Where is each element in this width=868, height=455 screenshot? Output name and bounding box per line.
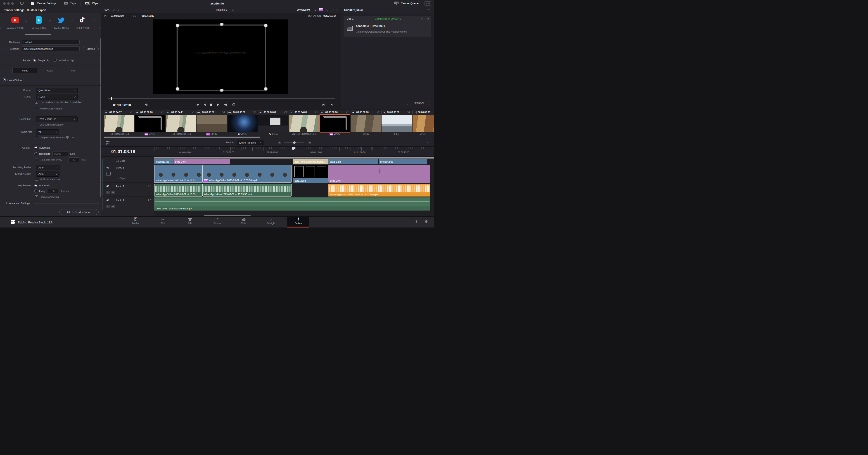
timeline-clip-card1[interactable]: card1.jpeg [293,165,328,183]
clip-thumbnail[interactable] [412,115,434,132]
clip-thumbnail[interactable] [320,115,350,132]
clip-thumbnail[interactable] [104,115,134,132]
keyframes-interval-input[interactable]: 30 [48,189,58,193]
play-button[interactable] [217,103,220,106]
clip-strip-item-03[interactable]: 0300:00:04:21V1 H.264 Baseline L3.1 [166,109,196,136]
limit-data-rate-checkbox[interactable] [35,158,38,161]
track-a1-solo-button[interactable]: S [106,191,110,194]
timeline-clip-whatsapp-video-2[interactable]: PXYWhatsApp Video 2023-09-02 at 15.53.50… [203,165,291,183]
clip-thumbnail[interactable] [135,115,165,132]
codec-dropdown[interactable]: H.264 [36,94,78,99]
clip-strip-item-11[interactable]: 1100:00:00:00 JPEG [412,109,434,136]
limit-data-rate-input[interactable]: 6 [68,157,80,162]
clip-strip-item-05[interactable]: 0500:00:00:00V3 fxJPEG [227,109,257,136]
project-home-icon[interactable] [414,220,418,223]
viewer-playhead[interactable] [111,97,112,100]
clip-strip-item-08-selected[interactable]: 0800:00:00:00V1 PXYJPEG [320,109,350,136]
timeline-clip-whatsapp-audio-3[interactable]: WhatsApp Audio 2023-09-06 at 17.00.56.mp… [329,184,430,196]
clip-thumbnail[interactable] [381,115,412,132]
render-job-card[interactable]: Job 1 Completed in 00:00:41 ✎ ✕ academie… [344,16,431,37]
frame-reordering-checkbox[interactable]: ✓ [35,195,38,198]
render-queue-toggle[interactable]: Render Queue [395,2,418,5]
track-a1-badge[interactable]: A1 [106,185,110,187]
clip-thumbnail[interactable] [351,115,381,132]
keyframes-every-radio[interactable] [34,189,37,192]
clip-strip-item-06[interactable]: 0600:00:00:00V3 fxJPEG [258,109,288,136]
resolution-dropdown[interactable]: 1920 x 1080 HD [36,117,78,122]
clip-strip-item-02[interactable]: 0200:00:00:00V1 PXYJPEG [135,109,165,136]
match-frame-in-icon[interactable] [330,103,333,106]
audio-note-icon[interactable]: ♪ [427,141,428,144]
multipass-checkbox[interactable] [35,178,38,181]
panel-options-menu[interactable]: ••• [95,9,99,11]
timeline-ruler[interactable]: 01:01:08:18 01:00:48:00 01:00:56:00 01:0… [101,147,434,157]
timeline-clip-text-title[interactable]: Text - Une académie plurid... [293,159,328,164]
clip-thumbnail[interactable] [258,115,288,132]
timeline-playhead-line[interactable] [293,147,293,214]
clean-feed-icon[interactable] [20,1,24,5]
advanced-settings-toggle[interactable]: Advanced Settings [4,202,30,205]
timeline-current-timecode[interactable]: 01:01:08:18 [111,149,135,154]
track-a1-mute-button[interactable]: M [111,191,115,194]
zoom-out-button[interactable]: − [278,141,281,144]
keyframes-automatic-radio[interactable] [34,184,37,187]
clip-strip-scrollbar[interactable] [104,136,260,138]
timeline-h-scrollbar[interactable] [204,215,251,216]
window-minimize-button[interactable] [7,2,10,5]
preset-twitter[interactable]: Twitter 1080p [55,17,68,31]
location-input[interactable]: /Users/blakejones/Desktop [22,47,80,51]
page-deliver[interactable]: Deliver [289,217,307,224]
window-close-button[interactable] [3,2,6,5]
viewer-current-timecode[interactable]: 01:01:08:18 [113,103,131,107]
track-a2-mute-button[interactable]: M [111,205,115,208]
page-media[interactable]: Media [126,217,145,224]
single-clip-radio[interactable] [33,59,36,62]
page-edit[interactable]: Edit [181,217,199,224]
hardware-acceleration-checkbox[interactable]: ✓ [35,101,38,103]
add-to-render-queue-button[interactable]: Add to Render Queue [59,209,99,215]
render-all-button[interactable]: Render All [407,100,430,105]
timeline-clip-whatsapp-video-1[interactable]: WhatsApp Video 2023-09-02 at 15.53.... [154,165,202,183]
window-zoom-button[interactable] [11,2,14,5]
settings-gear-icon[interactable]: ⚙ [425,219,428,224]
timeline-clip-whatsapp-audio-1[interactable]: WhatsApp Video 2023-09-02 at 15.53.... [154,184,202,196]
page-fairlight[interactable]: ♪ Fairlight [262,217,280,224]
mute-icon[interactable] [145,103,149,107]
timeline-clip-acad1[interactable]: acad 1.jpg [329,159,378,164]
format-dropdown[interactable]: QuickTime [36,88,78,93]
frame-rate-dropdown[interactable]: 24 [36,129,59,135]
timeline-clip-solid-color-v1[interactable]: Solid Color [329,165,430,183]
track-a2-solo-button[interactable]: S [106,205,110,208]
proxy-badge-icon[interactable]: PXY [319,8,323,11]
individual-clips-radio[interactable] [54,59,57,62]
preset-scrollbar[interactable] [25,34,51,35]
match-frame-out-icon[interactable] [322,103,326,106]
viewer-timeline-select[interactable]: Timeline 1 [216,8,227,11]
page-fusion[interactable]: Fusion [208,217,226,224]
render-settings-tab[interactable]: Render Settings [31,2,56,5]
timeline-clip-meetin30[interactable]: meetin30.jpg [154,159,173,164]
quality-automatic-radio[interactable] [34,146,37,149]
vertical-resolution-checkbox[interactable] [35,123,38,126]
encoding-profile-dropdown[interactable]: Auto [36,165,60,170]
stop-button[interactable] [210,103,213,106]
clip-thumbnail[interactable] [289,115,319,132]
tape-tab[interactable]: Tape [64,2,76,5]
timeline-clip-ile-daix[interactable]: ile d'aix.jpeg [379,159,427,164]
clip-thumbnail[interactable] [227,115,257,132]
clip-thumbnail[interactable] [196,115,227,132]
panel-scrollbar[interactable] [100,38,101,197]
clip-strip-item-10[interactable]: 1000:00:00:00V2 JPEG [381,109,412,136]
timeline-view-options-icon[interactable] [105,141,111,145]
tab-audio[interactable]: Audio [38,68,63,73]
clip-strip-item-01[interactable]: 0100:00:04:17V1 H.264 Baseline L3.1 [104,109,134,136]
viewer-scrub-bar[interactable] [108,98,335,99]
file-name-input[interactable]: Untitled [22,40,80,44]
restrict-bitrate-input[interactable]: 80000 [53,151,68,156]
preset-vimeo[interactable]: v Vimeo 1080p [33,16,45,31]
clip-strip-item-07[interactable]: 0700:01:14:05V1 fxH.264 Baseline L3.1 [289,109,319,136]
goto-end-button[interactable] [223,103,227,106]
browse-button[interactable]: Browse [83,46,99,51]
preset-tiktok[interactable]: TikTok 1080p [76,16,89,31]
viewer-zoom-select[interactable]: 62% [104,8,110,11]
